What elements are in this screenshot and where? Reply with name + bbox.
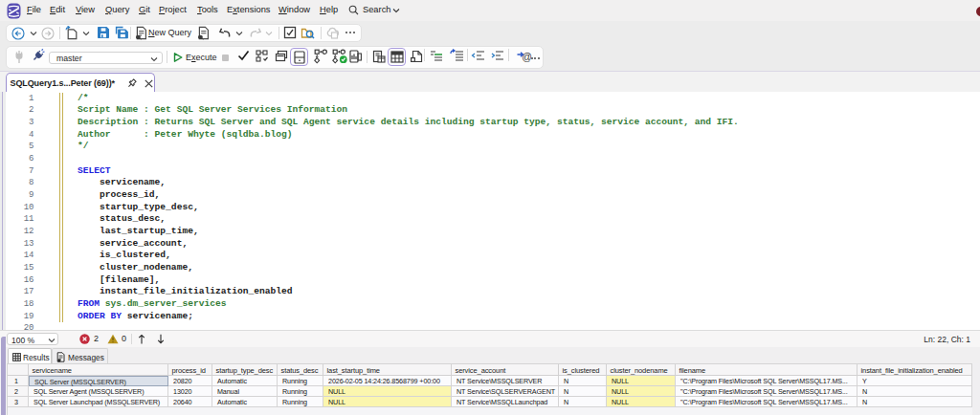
svg-text:@: @	[522, 51, 532, 62]
